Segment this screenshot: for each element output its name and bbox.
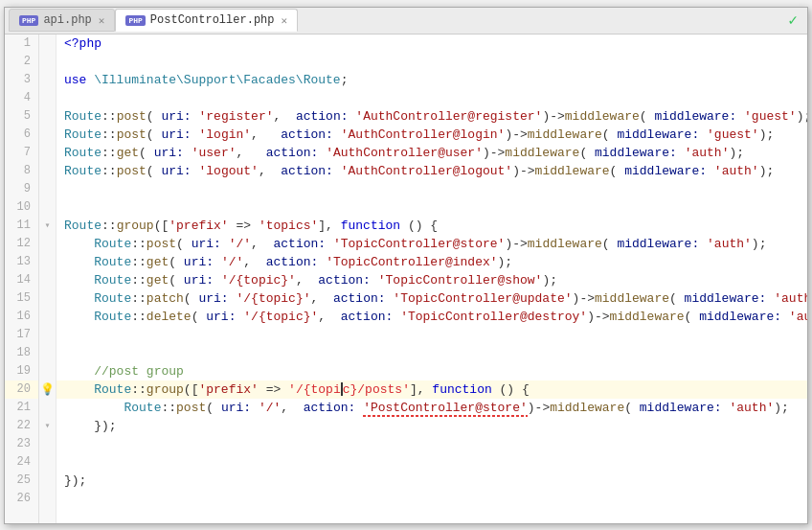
g-22[interactable]: ▾ bbox=[39, 417, 56, 435]
code-line-13: Route::get( uri: '/', action: 'TopicCont… bbox=[56, 253, 807, 271]
code-line-1: <?php bbox=[56, 35, 807, 53]
code-line-20: Route::group(['prefix' => '/{topic}/post… bbox=[56, 380, 807, 399]
ln-26: 26 bbox=[5, 490, 38, 508]
g-7 bbox=[39, 144, 56, 162]
g-20: 💡 bbox=[39, 380, 56, 399]
tab-api-label: api.php bbox=[43, 13, 91, 27]
code-line-11: Route::group(['prefix' => 'topics'], fun… bbox=[56, 217, 807, 235]
g-17 bbox=[39, 326, 56, 344]
code-line-14: Route::get( uri: '/{topic}', action: 'To… bbox=[56, 271, 807, 289]
ln-9: 9 bbox=[5, 180, 38, 198]
tab-post-label: PostController.php bbox=[150, 13, 275, 27]
editor-area: 1 2 3 4 5 6 7 8 9 10 11 12 13 14 15 16 1… bbox=[5, 35, 807, 523]
g-25 bbox=[39, 472, 56, 490]
g-5 bbox=[39, 107, 56, 126]
g-19 bbox=[39, 362, 56, 380]
ln-18: 18 bbox=[5, 344, 38, 362]
ln-8: 8 bbox=[5, 162, 38, 180]
ln-10: 10 bbox=[5, 198, 38, 217]
gutter: ▾ 💡 ▾ bbox=[39, 35, 56, 523]
g-13 bbox=[39, 253, 56, 271]
g-11[interactable]: ▾ bbox=[39, 217, 56, 235]
code-line-7: Route::get( uri: 'user', action: 'AuthCo… bbox=[56, 144, 807, 162]
code-line-21: Route::post( uri: '/', action: 'PostCont… bbox=[56, 399, 807, 417]
ln-16: 16 bbox=[5, 308, 38, 326]
ln-20: 20 bbox=[5, 380, 38, 399]
fold-icon-22[interactable]: ▾ bbox=[44, 420, 50, 431]
tab-api-php[interactable]: PHP api.php ✕ bbox=[9, 9, 115, 32]
tab-post-controller[interactable]: PHP PostController.php ✕ bbox=[115, 9, 298, 32]
g-16 bbox=[39, 308, 56, 326]
code-line-6: Route::post( uri: 'login', action: 'Auth… bbox=[56, 126, 807, 144]
g-15 bbox=[39, 289, 56, 308]
ln-12: 12 bbox=[5, 235, 38, 253]
code-line-9 bbox=[56, 180, 807, 198]
code-line-2 bbox=[56, 53, 807, 71]
g-24 bbox=[39, 453, 56, 472]
tab-api-close[interactable]: ✕ bbox=[99, 14, 105, 27]
g-14 bbox=[39, 271, 56, 289]
bulb-icon-20[interactable]: 💡 bbox=[40, 382, 55, 397]
code-line-22: }); bbox=[56, 417, 807, 435]
code-line-10 bbox=[56, 198, 807, 217]
code-line-8: Route::post( uri: 'logout', action: 'Aut… bbox=[56, 162, 807, 180]
code-line-25: }); bbox=[56, 472, 807, 490]
tab-post-close[interactable]: ✕ bbox=[281, 14, 287, 27]
ln-15: 15 bbox=[5, 289, 38, 308]
tab-bar: PHP api.php ✕ PHP PostController.php ✕ ✓ bbox=[5, 8, 807, 35]
g-18 bbox=[39, 344, 56, 362]
code-line-16: Route::delete( uri: '/{topic}', action: … bbox=[56, 308, 807, 326]
ln-2: 2 bbox=[5, 53, 38, 71]
code-line-24 bbox=[56, 453, 807, 472]
g-2 bbox=[39, 53, 56, 71]
ln-19: 19 bbox=[5, 362, 38, 380]
code-line-23 bbox=[56, 435, 807, 453]
g-23 bbox=[39, 435, 56, 453]
ln-1: 1 bbox=[5, 35, 38, 53]
g-12 bbox=[39, 235, 56, 253]
code-line-19: //post group bbox=[56, 362, 807, 380]
ln-3: 3 bbox=[5, 71, 38, 89]
g-26 bbox=[39, 490, 56, 508]
ln-6: 6 bbox=[5, 126, 38, 144]
ln-11: 11 bbox=[5, 217, 38, 235]
code-line-5: Route::post( uri: 'register', action: 'A… bbox=[56, 107, 807, 126]
code-line-18 bbox=[56, 344, 807, 362]
code-line-15: Route::patch( uri: '/{topic}', action: '… bbox=[56, 289, 807, 308]
ln-4: 4 bbox=[5, 89, 38, 107]
g-9 bbox=[39, 180, 56, 198]
g-10 bbox=[39, 198, 56, 217]
fold-icon-11[interactable]: ▾ bbox=[44, 219, 50, 231]
code-line-17 bbox=[56, 326, 807, 344]
ln-22: 22 bbox=[5, 417, 38, 435]
g-4 bbox=[39, 89, 56, 107]
php-icon-2: PHP bbox=[125, 15, 145, 26]
ln-17: 17 bbox=[5, 326, 38, 344]
ln-7: 7 bbox=[5, 144, 38, 162]
ln-13: 13 bbox=[5, 253, 38, 271]
code-line-3: use \Illuminate\Support\Facades\Route; bbox=[56, 71, 807, 89]
ln-5: 5 bbox=[5, 107, 38, 126]
ln-14: 14 bbox=[5, 271, 38, 289]
code-line-26 bbox=[56, 490, 807, 508]
ln-25: 25 bbox=[5, 472, 38, 490]
g-6 bbox=[39, 126, 56, 144]
php-icon: PHP bbox=[19, 15, 38, 26]
code-content[interactable]: <?php use \Illuminate\Support\Facades\Ro… bbox=[56, 35, 807, 523]
g-1 bbox=[39, 35, 56, 53]
ln-24: 24 bbox=[5, 453, 38, 472]
editor-window: PHP api.php ✕ PHP PostController.php ✕ ✓… bbox=[4, 7, 808, 524]
code-line-4 bbox=[56, 89, 807, 107]
ln-21: 21 bbox=[5, 399, 38, 417]
check-icon: ✓ bbox=[788, 11, 798, 30]
g-21 bbox=[39, 399, 56, 417]
g-8 bbox=[39, 162, 56, 180]
code-line-12: Route::post( uri: '/', action: 'TopicCon… bbox=[56, 235, 807, 253]
g-3 bbox=[39, 71, 56, 89]
line-numbers: 1 2 3 4 5 6 7 8 9 10 11 12 13 14 15 16 1… bbox=[5, 35, 39, 523]
ln-23: 23 bbox=[5, 435, 38, 453]
